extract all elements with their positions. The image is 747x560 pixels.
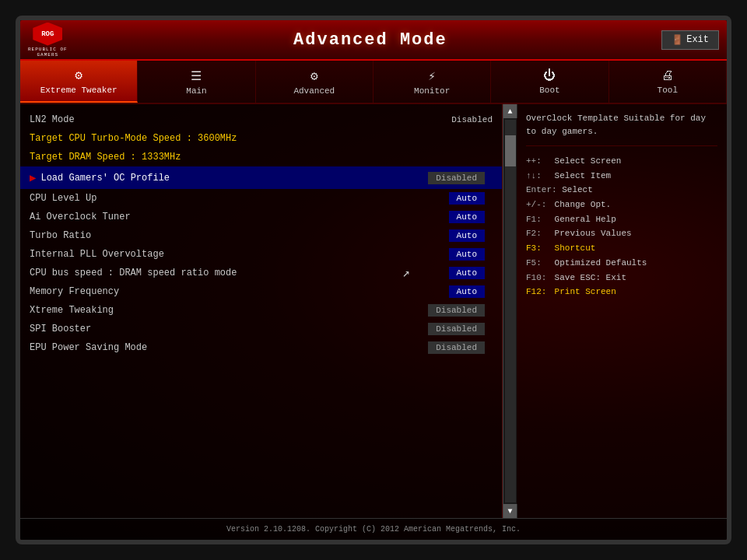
rog-line2: GAMERS bbox=[37, 52, 59, 58]
rog-logo: ROG REPUBLIC OF GAMERS bbox=[28, 23, 68, 58]
main-content: LN2 Mode Disabled Target CPU Turbo-Mode … bbox=[20, 104, 727, 518]
key-line-change-opt: +/-: Change Opt. bbox=[526, 198, 717, 212]
key-line-select-screen: ++: Select Screen bbox=[526, 154, 717, 169]
tab-boot-label: Boot bbox=[539, 86, 559, 95]
tab-main-label: Main bbox=[186, 86, 206, 96]
menu-item-xtreme-tweaking[interactable]: Xtreme Tweaking Disabled bbox=[20, 301, 502, 320]
menu-item-oc-profile[interactable]: ▶ Load Gamers' OC Profile Disabled bbox=[20, 166, 502, 189]
tab-extreme-tweaker-label: Extreme Tweaker bbox=[40, 86, 117, 95]
title-bar: ROG REPUBLIC OF GAMERS Advanced Mode 🚪 E… bbox=[20, 20, 727, 61]
key-line-enter: Enter: Select bbox=[526, 183, 717, 198]
main-icon: ☰ bbox=[191, 68, 202, 84]
rog-line1: REPUBLIC OF bbox=[28, 47, 68, 52]
menu-item-cpu-speed: Target CPU Turbo-Mode Speed : 3600MHz bbox=[20, 129, 502, 148]
scrollbar[interactable]: ▲ ▼ bbox=[503, 104, 517, 518]
menu-item-spi-booster[interactable]: SPI Booster Disabled bbox=[20, 320, 502, 338]
nav-tabs: ⚙ Extreme Tweaker ☰ Main ⚙ Advanced ⚡ Mo… bbox=[20, 61, 727, 104]
tab-tool-label: Tool bbox=[658, 86, 678, 95]
menu-item-ai-overclock[interactable]: Ai Overclock Tuner Auto bbox=[20, 208, 502, 226]
key-line-f12: F12: Print Screen bbox=[526, 285, 717, 299]
menu-item-turbo-ratio[interactable]: Turbo Ratio Auto bbox=[20, 226, 502, 245]
footer-text: Version 2.10.1208. Copyright (C) 2012 Am… bbox=[226, 525, 521, 534]
footer: Version 2.10.1208. Copyright (C) 2012 Am… bbox=[20, 518, 727, 540]
tab-advanced-label: Advanced bbox=[293, 86, 335, 96]
help-text: OverClock Template Suitable for day to d… bbox=[526, 112, 717, 146]
menu-item-epu-power[interactable]: EPU Power Saving Mode Disabled bbox=[20, 338, 502, 357]
menu-item-dram-speed: Target DRAM Speed : 1333MHz bbox=[20, 148, 502, 166]
key-line-f2: F2: Previous Values bbox=[526, 226, 717, 241]
menu-item-memory-frequency[interactable]: Memory Frequency Auto bbox=[20, 282, 502, 301]
tab-boot[interactable]: ⏻ Boot bbox=[491, 61, 608, 103]
right-panel: OverClock Template Suitable for day to d… bbox=[517, 104, 727, 518]
selected-arrow-icon: ▶ bbox=[30, 171, 36, 184]
tab-main[interactable]: ☰ Main bbox=[138, 61, 255, 103]
key-line-f3: F3: Shortcut bbox=[526, 241, 717, 256]
key-line-select-item: ↑↓: Select Item bbox=[526, 169, 717, 184]
extreme-tweaker-icon: ⚙ bbox=[75, 68, 82, 83]
advanced-icon: ⚙ bbox=[310, 68, 318, 84]
scroll-track bbox=[505, 120, 516, 502]
menu-item-cpu-level-up[interactable]: CPU Level Up Auto bbox=[20, 189, 502, 208]
tab-monitor[interactable]: ⚡ Monitor bbox=[374, 61, 491, 103]
monitor-icon: ⚡ bbox=[428, 68, 436, 84]
tab-advanced[interactable]: ⚙ Advanced bbox=[256, 61, 374, 103]
tab-extreme-tweaker[interactable]: ⚙ Extreme Tweaker bbox=[20, 61, 138, 103]
bios-title: Advanced Mode bbox=[79, 30, 662, 50]
menu-item-cpu-bus-speed[interactable]: CPU bus speed : DRAM speed ratio mode ↗ … bbox=[20, 264, 502, 282]
left-panel: LN2 Mode Disabled Target CPU Turbo-Mode … bbox=[20, 104, 503, 518]
tab-tool[interactable]: 🖨 Tool bbox=[609, 61, 727, 103]
key-help: ++: Select Screen ↑↓: Select Item Enter:… bbox=[526, 154, 717, 510]
menu-item-ln2-mode[interactable]: LN2 Mode Disabled bbox=[20, 110, 502, 129]
scroll-thumb[interactable] bbox=[505, 135, 516, 166]
exit-button[interactable]: 🚪 Exit bbox=[661, 30, 719, 50]
menu-item-internal-pll[interactable]: Internal PLL Overvoltage Auto bbox=[20, 245, 502, 264]
scroll-up-button[interactable]: ▲ bbox=[503, 104, 517, 118]
key-line-f10: F10: Save ESC: Exit bbox=[526, 271, 717, 285]
exit-icon: 🚪 bbox=[672, 34, 683, 46]
key-line-f5: F5: Optimized Defaults bbox=[526, 256, 717, 271]
scroll-down-button[interactable]: ▼ bbox=[503, 504, 517, 518]
key-line-f1: F1: General Help bbox=[526, 212, 717, 227]
tab-monitor-label: Monitor bbox=[414, 86, 450, 96]
boot-icon: ⏻ bbox=[543, 68, 556, 83]
tool-icon: 🖨 bbox=[661, 68, 674, 83]
